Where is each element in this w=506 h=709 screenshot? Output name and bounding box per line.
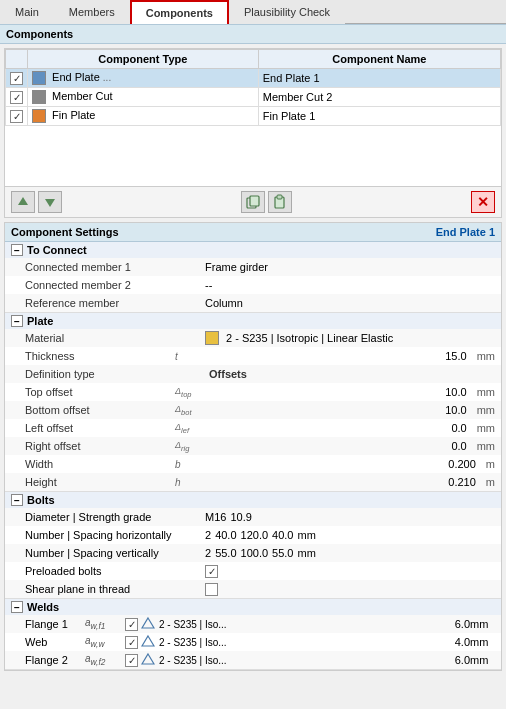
row-check-3[interactable]	[6, 107, 28, 126]
prop-row: Left offset Δlef 0.0 mm	[5, 419, 501, 437]
preloaded-checkbox[interactable]	[205, 565, 218, 578]
row-check-2[interactable]	[6, 88, 28, 107]
dots-btn-1[interactable]: ...	[103, 72, 111, 83]
collapse-icon-to-connect[interactable]: −	[11, 244, 23, 256]
row-type-3: Fin Plate	[28, 107, 259, 126]
shear-checkbox[interactable]	[205, 583, 218, 596]
weld-check-3[interactable]	[125, 654, 141, 667]
offsets-label: Offsets	[209, 368, 247, 380]
prop-row: Top offset Δtop 10.0 mm	[5, 383, 501, 401]
bolt-values	[205, 583, 495, 596]
weld-triangle-icon-1	[141, 616, 159, 632]
weld-triangle-icon-3	[141, 652, 159, 668]
row-check-1[interactable]	[6, 69, 28, 88]
tab-main[interactable]: Main	[0, 0, 54, 24]
weld-unit-1: mm	[470, 618, 495, 630]
weld-checkbox-2[interactable]	[125, 636, 138, 649]
collapse-icon-plate[interactable]: −	[11, 315, 23, 327]
prop-row: Connected member 2 --	[5, 276, 501, 294]
group-welds: − Welds Flange 1 aw,f1 2 - S235 | Iso...…	[5, 599, 501, 670]
prop-symbol: h	[175, 477, 205, 488]
components-container: Component Type Component Name End Plate …	[4, 48, 502, 218]
prop-value: 10.0 mm	[205, 386, 495, 398]
prop-value: 2 - S235 | Isotropic | Linear Elastic	[205, 331, 495, 345]
svg-marker-7	[142, 636, 154, 646]
weld-check-1[interactable]	[125, 618, 141, 631]
prop-label: Bottom offset	[25, 404, 175, 416]
col-type-header: Component Type	[28, 50, 259, 69]
prop-label: Width	[25, 458, 175, 470]
group-bolts-header[interactable]: − Bolts	[5, 492, 501, 508]
prop-symbol: b	[175, 459, 205, 470]
settings-header: Component Settings End Plate 1	[5, 223, 501, 242]
prop-row: Height h 0.210 m	[5, 473, 501, 491]
prop-value: 0.0 mm	[205, 422, 495, 434]
prop-value: 0.200 m	[205, 458, 495, 470]
checkbox-2[interactable]	[10, 91, 23, 104]
tab-components[interactable]: Components	[130, 0, 229, 24]
prop-row: Bottom offset Δbot 10.0 mm	[5, 401, 501, 419]
checkbox-1[interactable]	[10, 72, 23, 85]
material-color-box	[205, 331, 219, 345]
group-to-connect-label: To Connect	[27, 244, 87, 256]
weld-row: Flange 2 aw,f2 2 - S235 | Iso... 6.0 mm	[5, 651, 501, 669]
group-to-connect-header[interactable]: − To Connect	[5, 242, 501, 258]
collapse-icon-bolts[interactable]: −	[11, 494, 23, 506]
group-welds-label: Welds	[27, 601, 59, 613]
weld-size-2: 4.0	[440, 636, 470, 648]
weld-check-2[interactable]	[125, 636, 141, 649]
checkbox-3[interactable]	[10, 110, 23, 123]
move-down-button[interactable]	[38, 191, 62, 213]
prop-value: 0.210 m	[205, 476, 495, 488]
row-type-1: End Plate ...	[28, 69, 259, 88]
weld-row: Web aw,w 2 - S235 | Iso... 4.0 mm	[5, 633, 501, 651]
bolt-label: Number | Spacing horizontally	[25, 529, 175, 541]
table-row[interactable]: Member Cut Member Cut 2	[6, 88, 501, 107]
row-name-1: End Plate 1	[258, 69, 500, 88]
prop-row: Material 2 - S235 | Isotropic | Linear E…	[5, 329, 501, 347]
svg-marker-1	[45, 199, 55, 207]
copy-button[interactable]	[241, 191, 265, 213]
tab-plausibility[interactable]: Plausibility Check	[229, 0, 345, 24]
group-welds-header[interactable]: − Welds	[5, 599, 501, 615]
bolt-label: Diameter | Strength grade	[25, 511, 175, 523]
prop-label: Height	[25, 476, 175, 488]
bolt-values: 2 55.0 100.0 55.0 mm	[205, 547, 495, 559]
prop-label: Material	[25, 332, 175, 344]
settings-ref: End Plate 1	[436, 226, 495, 238]
components-section-header: Components	[0, 24, 506, 44]
svg-rect-3	[250, 196, 259, 206]
weld-label: Flange 2	[25, 654, 85, 666]
group-plate-header[interactable]: − Plate	[5, 313, 501, 329]
prop-label: Connected member 1	[25, 261, 175, 273]
table-row[interactable]: Fin Plate Fin Plate 1	[6, 107, 501, 126]
weld-unit-2: mm	[470, 636, 495, 648]
prop-value: --	[205, 279, 495, 291]
weld-triangle-icon-2	[141, 634, 159, 650]
collapse-icon-welds[interactable]: −	[11, 601, 23, 613]
paste-button[interactable]	[268, 191, 292, 213]
prop-symbol: Δlef	[175, 422, 205, 435]
weld-checkbox-1[interactable]	[125, 618, 138, 631]
toolbar-center	[241, 191, 292, 213]
weld-symbol: aw,f2	[85, 653, 125, 667]
move-up-button[interactable]	[11, 191, 35, 213]
row-name-3: Fin Plate 1	[258, 107, 500, 126]
weld-size-3: 6.0	[440, 654, 470, 666]
weld-checkbox-3[interactable]	[125, 654, 138, 667]
group-to-connect: − To Connect Connected member 1 Frame gi…	[5, 242, 501, 313]
prop-symbol: Δtop	[175, 386, 205, 399]
tab-members[interactable]: Members	[54, 0, 130, 24]
prop-row: Width b 0.200 m	[5, 455, 501, 473]
weld-symbol: aw,f1	[85, 617, 125, 631]
bolt-values	[205, 565, 495, 578]
col-name-header: Component Name	[258, 50, 500, 69]
table-row[interactable]: End Plate ... End Plate 1	[6, 69, 501, 88]
svg-marker-0	[18, 197, 28, 205]
group-bolts-label: Bolts	[27, 494, 55, 506]
delete-button[interactable]: ✕	[471, 191, 495, 213]
group-bolts: − Bolts Diameter | Strength grade M16 10…	[5, 492, 501, 599]
group-plate-label: Plate	[27, 315, 53, 327]
weld-material-1: 2 - S235 | Iso...	[159, 619, 440, 630]
color-swatch-3	[32, 109, 46, 123]
